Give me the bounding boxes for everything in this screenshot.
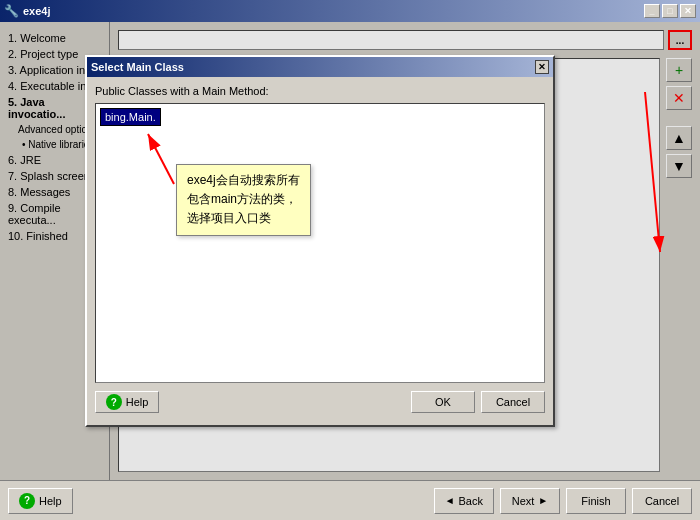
select-main-class-dialog: Select Main Class ✕ Public Classes with … xyxy=(85,55,555,427)
next-label: Next xyxy=(512,495,535,507)
main-class-list-item[interactable]: bing.Main. xyxy=(100,108,161,126)
next-button[interactable]: Next ► xyxy=(500,488,560,514)
minimize-button[interactable]: _ xyxy=(644,4,660,18)
cancel-button[interactable]: Cancel xyxy=(632,488,692,514)
title-bar: 🔧 exe4j _ □ ✕ xyxy=(0,0,700,22)
modal-overlay: Select Main Class ✕ Public Classes with … xyxy=(0,22,700,480)
modal-title-bar: Select Main Class ✕ xyxy=(87,57,553,77)
modal-help-label: Help xyxy=(126,396,149,408)
finish-label: Finish xyxy=(581,495,610,507)
tooltip-text: exe4j会自动搜索所有包含main方法的类，选择项目入口类 xyxy=(187,173,300,225)
modal-footer: ? Help OK Cancel xyxy=(95,391,545,417)
finish-button[interactable]: Finish xyxy=(566,488,626,514)
cancel-label: Cancel xyxy=(645,495,679,507)
window-controls: _ □ ✕ xyxy=(644,4,696,18)
close-button[interactable]: ✕ xyxy=(680,4,696,18)
modal-cancel-button[interactable]: Cancel xyxy=(481,391,545,413)
next-arrow-icon: ► xyxy=(538,495,548,506)
arrow-svg xyxy=(96,104,544,382)
back-label: Back xyxy=(459,495,483,507)
modal-ok-button[interactable]: OK xyxy=(411,391,475,413)
bottom-bar: ? Help ◄ Back Next ► Finish Cancel xyxy=(0,480,700,520)
bottom-help-button[interactable]: ? Help xyxy=(8,488,73,514)
modal-title: Select Main Class xyxy=(91,61,184,73)
modal-class-list[interactable]: bing.Main. exe4j会自动搜索所有包含main方法的类，选择项目入口… xyxy=(95,103,545,383)
bottom-help-icon: ? xyxy=(19,493,35,509)
svg-line-4 xyxy=(645,92,660,252)
window-title: exe4j xyxy=(23,5,51,17)
modal-close-button[interactable]: ✕ xyxy=(535,60,549,74)
bottom-help-label: Help xyxy=(39,495,62,507)
back-button[interactable]: ◄ Back xyxy=(434,488,494,514)
modal-help-button[interactable]: ? Help xyxy=(95,391,159,413)
maximize-button[interactable]: □ xyxy=(662,4,678,18)
modal-label: Public Classes with a Main Method: xyxy=(95,85,545,97)
back-arrow-icon: ◄ xyxy=(445,495,455,506)
footer-spacer xyxy=(165,391,405,413)
tooltip-box: exe4j会自动搜索所有包含main方法的类，选择项目入口类 xyxy=(176,164,311,236)
modal-body: Public Classes with a Main Method: bing.… xyxy=(87,77,553,425)
help-icon: ? xyxy=(106,394,122,410)
svg-line-1 xyxy=(148,134,174,184)
